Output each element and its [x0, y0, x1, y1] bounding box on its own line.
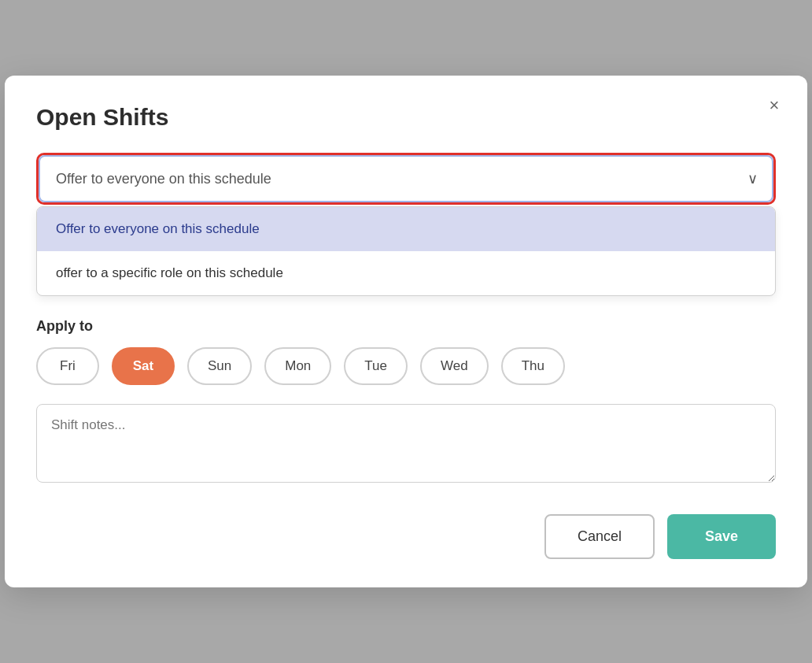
day-button-tue[interactable]: Tue	[344, 347, 408, 385]
close-button[interactable]: ×	[760, 91, 788, 120]
day-button-sun[interactable]: Sun	[187, 347, 252, 385]
modal-container: × Open Shifts Offer to everyone on this …	[5, 76, 807, 587]
day-button-mon[interactable]: Mon	[264, 347, 331, 385]
day-button-sat[interactable]: Sat	[112, 347, 175, 385]
dropdown-menu-option-2[interactable]: offer to a specific role on this schedul…	[37, 251, 775, 295]
modal-footer: Cancel Save	[36, 514, 776, 559]
offer-dropdown[interactable]: Offer to everyone on this schedule offer…	[39, 155, 773, 202]
apply-to-label: Apply to	[36, 318, 776, 335]
close-icon: ×	[770, 95, 780, 116]
modal-overlay: × Open Shifts Offer to everyone on this …	[0, 0, 812, 663]
save-button[interactable]: Save	[667, 514, 776, 559]
day-button-wed[interactable]: Wed	[420, 347, 489, 385]
day-button-thu[interactable]: Thu	[501, 347, 565, 385]
dropdown-menu: Offer to everyone on this schedule offer…	[36, 206, 776, 296]
days-row: Fri Sat Sun Mon Tue Wed Thu	[36, 347, 776, 385]
dropdown-wrapper: Offer to everyone on this schedule offer…	[36, 153, 776, 205]
dropdown-menu-option-1[interactable]: Offer to everyone on this schedule	[37, 207, 775, 251]
modal-title: Open Shifts	[36, 104, 776, 131]
day-button-fri[interactable]: Fri	[36, 347, 99, 385]
shift-notes-input[interactable]	[36, 404, 776, 483]
cancel-button[interactable]: Cancel	[544, 514, 655, 559]
